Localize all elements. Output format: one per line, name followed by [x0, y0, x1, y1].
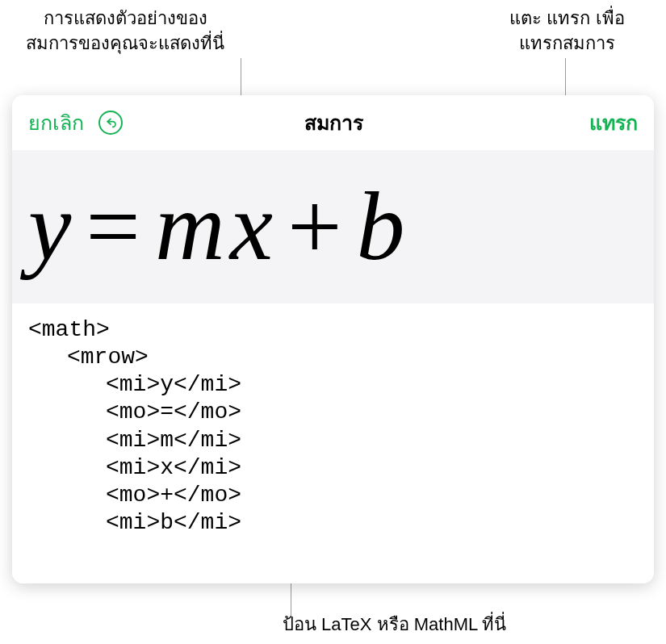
code-line-4: <mo>=</mo>	[28, 399, 638, 426]
equation-editor-panel: ยกเลิก สมการ แทรก y=mx+b <math> <mrow><m…	[12, 95, 654, 583]
code-editor[interactable]: <math> <mrow><mi>y</mi><mo>=</mo><mi>m</…	[12, 303, 654, 583]
code-line-2: <mrow>	[28, 344, 638, 371]
callout-preview-line1: การแสดงตัวอย่างของ	[44, 8, 207, 28]
code-line-5: <mi>m</mi>	[28, 427, 638, 454]
insert-button[interactable]: แทรก	[589, 107, 638, 139]
eq-var-m: m	[155, 173, 230, 280]
callout-editor-text: ป้อน LaTeX หรือ MathML ที่นี่	[283, 614, 506, 634]
code-line-6: <mi>x</mi>	[28, 454, 638, 482]
panel-title: สมการ	[78, 107, 589, 139]
toolbar: ยกเลิก สมการ แทรก	[12, 95, 654, 150]
code-line-7: <mo>+</mo>	[28, 482, 638, 509]
eq-var-b: b	[357, 173, 410, 280]
callout-editor: ป้อน LaTeX หรือ MathML ที่นี่	[283, 613, 549, 638]
equation-preview: y=mx+b	[12, 150, 654, 303]
equation-rendered: y=mx+b	[28, 178, 410, 275]
eq-var-x: x	[230, 173, 278, 280]
code-line-8: <mi>b</mi>	[28, 509, 638, 537]
callout-insert: แตะ แทรก เพื่อ แทรกสมการ	[476, 6, 658, 56]
code-line-1: <math>	[28, 317, 110, 342]
callout-insert-line2: แทรกสมการ	[519, 33, 615, 53]
callout-preview-line2: สมการของคุณจะแสดงที่นี่	[26, 33, 224, 53]
eq-op-plus: +	[287, 173, 347, 280]
callout-insert-line1: แตะ แทรก เพื่อ	[509, 8, 624, 28]
cancel-button[interactable]: ยกเลิก	[28, 107, 84, 139]
code-line-3: <mi>y</mi>	[28, 371, 638, 399]
eq-var-y: y	[28, 173, 76, 280]
callout-preview: การแสดงตัวอย่างของ สมการของคุณจะแสดงที่น…	[8, 6, 242, 56]
eq-op-equals: =	[86, 173, 145, 280]
